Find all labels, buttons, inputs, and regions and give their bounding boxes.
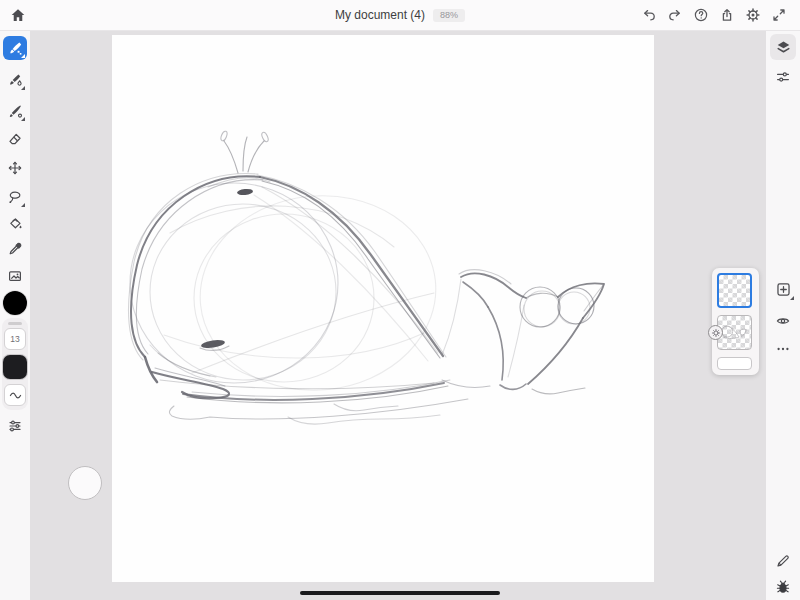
eyedropper-icon <box>7 241 23 257</box>
top-toolbar: My document (4) 88% <box>0 0 800 31</box>
place-image-icon <box>7 268 23 284</box>
help-button[interactable] <box>692 6 709 23</box>
properties-tab-button[interactable] <box>770 64 796 90</box>
subtool-indicator <box>21 54 25 58</box>
add-layer-button[interactable] <box>770 276 796 302</box>
home-button[interactable] <box>9 6 27 24</box>
lasso-select-tool[interactable] <box>3 185 27 209</box>
background-layer-thumbnail[interactable] <box>717 357 752 370</box>
settings-icon <box>745 7 761 23</box>
zoom-level-badge: 88% <box>433 9 465 22</box>
document-title: My document (4) <box>335 8 425 22</box>
fullscreen-button[interactable] <box>770 6 787 23</box>
layer-more-options-button[interactable] <box>770 336 796 362</box>
live-brush-tool[interactable] <box>3 68 27 92</box>
vector-brush-tool[interactable] <box>3 99 27 123</box>
eraser-icon <box>7 131 23 147</box>
layer-visibility-button[interactable] <box>770 308 796 334</box>
undo-icon <box>641 7 657 23</box>
home-indicator[interactable] <box>300 591 500 595</box>
pixel-brush-tool[interactable] <box>3 36 27 60</box>
touch-shortcut-button[interactable] <box>68 466 102 500</box>
fill-icon <box>7 216 23 232</box>
layer-options-badge-icon[interactable] <box>708 325 723 340</box>
report-bug-icon <box>775 579 791 595</box>
left-toolbar: 13 <box>0 30 30 600</box>
report-bug-button[interactable] <box>770 574 796 600</box>
home-icon <box>9 6 27 24</box>
subtool-indicator <box>790 296 794 300</box>
smoothing-button[interactable] <box>4 384 26 406</box>
add-layer-icon <box>775 281 792 298</box>
ellipsis-icon <box>775 341 791 357</box>
redo-icon <box>667 7 683 23</box>
help-icon <box>693 7 709 23</box>
layers-tab-button[interactable] <box>770 34 796 60</box>
brush-settings-icon <box>7 418 23 434</box>
fill-tool[interactable] <box>3 212 27 236</box>
eyedropper-tool[interactable] <box>3 237 27 261</box>
color-well[interactable] <box>3 291 27 315</box>
eraser-tool[interactable] <box>3 127 27 151</box>
drawing-canvas[interactable] <box>112 35 654 582</box>
layers-panel <box>712 268 759 375</box>
place-image-tool[interactable] <box>3 264 27 288</box>
subtool-indicator <box>21 86 25 90</box>
subtool-indicator <box>21 117 25 121</box>
right-taskbar <box>766 30 800 600</box>
subtool-indicator <box>21 203 25 207</box>
panel-drag-handle[interactable] <box>8 322 22 325</box>
tool-options-panel: 13 <box>2 318 28 410</box>
fullscreen-icon <box>771 7 787 23</box>
settings-button[interactable] <box>744 6 761 23</box>
secondary-swatch-button[interactable] <box>3 355 27 379</box>
topbar-actions <box>640 6 787 23</box>
pencil-settings-icon <box>775 553 791 569</box>
move-tool[interactable] <box>3 156 27 180</box>
layers-icon <box>775 39 792 56</box>
brush-size-value: 13 <box>10 334 19 344</box>
whale-sketch <box>112 35 654 582</box>
wave-icon <box>8 388 23 403</box>
layer-thumbnail-2[interactable] <box>717 315 752 350</box>
share-icon <box>719 7 735 23</box>
properties-icon <box>775 69 791 85</box>
layer-visibility-icon <box>775 313 791 329</box>
app-window: My document (4) 88% <box>0 0 800 600</box>
pencil-settings-button[interactable] <box>770 548 796 574</box>
share-button[interactable] <box>718 6 735 23</box>
move-icon <box>7 160 23 176</box>
brush-settings-button[interactable] <box>3 414 27 438</box>
redo-button[interactable] <box>666 6 683 23</box>
undo-button[interactable] <box>640 6 657 23</box>
brush-size-button[interactable]: 13 <box>4 328 26 350</box>
layer-thumbnail-1[interactable] <box>717 273 752 308</box>
